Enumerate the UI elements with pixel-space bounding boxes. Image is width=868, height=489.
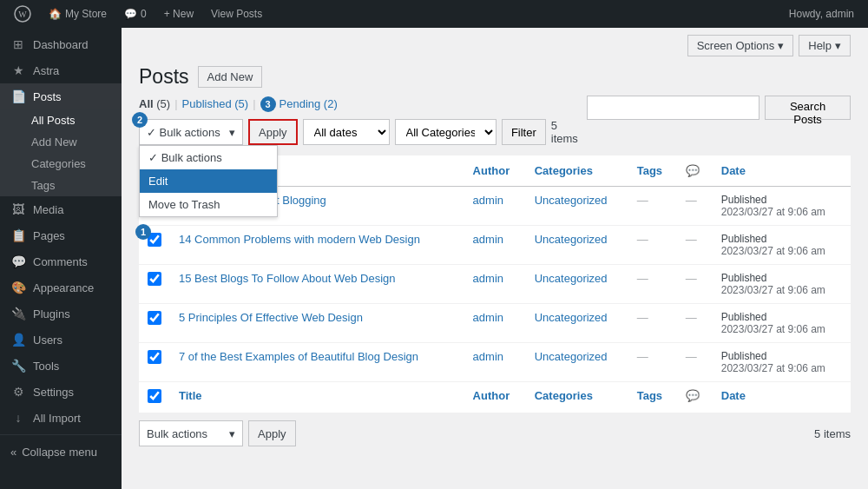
sidebar-item-dashboard[interactable]: ⊞ Dashboard <box>0 31 122 57</box>
row-4-title-link[interactable]: 5 Principles Of Effective Web Design <box>179 311 363 324</box>
row-4-tags: — <box>628 304 677 343</box>
appearance-icon: 🎨 <box>10 280 26 295</box>
row-3-cat-link[interactable]: Uncategorized <box>535 272 608 285</box>
row-5-title-link[interactable]: 7 of the Best Examples of Beautiful Blog… <box>179 350 418 363</box>
tab-published[interactable]: Published (5) <box>182 96 249 112</box>
row-4-author-link[interactable]: admin <box>473 311 503 324</box>
sidebar-divider <box>0 434 122 435</box>
view-posts-item[interactable]: View Posts <box>204 0 269 28</box>
bulk-option-move-to-trash[interactable]: Move to Trash <box>140 193 277 216</box>
row-5-checkbox[interactable] <box>148 350 161 364</box>
comments-count: 0 <box>141 8 147 20</box>
all-import-icon: ↓ <box>10 410 26 426</box>
header-author[interactable]: Author <box>464 155 526 187</box>
content-header: Screen Options ▾ Help ▾ <box>122 28 868 56</box>
sidebar-item-posts[interactable]: 📄 Posts <box>0 83 122 109</box>
footer-header-comments: 💬 <box>677 382 713 413</box>
row-3-comments: — <box>677 265 713 304</box>
row-4-date-status: Published <box>721 311 842 323</box>
sidebar-item-plugins[interactable]: 🔌 Plugins <box>0 301 122 327</box>
help-button[interactable]: Help ▾ <box>799 35 851 56</box>
row-checkbox-5 <box>139 343 170 382</box>
row-2-title-link[interactable]: 14 Common Problems with modern Web Desig… <box>179 233 420 246</box>
row-5-cat-link[interactable]: Uncategorized <box>535 350 608 363</box>
sidebar-item-tags[interactable]: Tags <box>0 175 122 196</box>
sidebar-item-astra[interactable]: ★ Astra <box>0 57 122 83</box>
apply-button-top[interactable]: Apply <box>248 119 298 145</box>
sidebar-item-appearance[interactable]: 🎨 Appearance <box>0 274 122 301</box>
new-item[interactable]: + New <box>157 0 201 28</box>
step1-badge: 1 <box>135 224 151 240</box>
footer-header-categories: Categories <box>526 382 628 413</box>
search-input[interactable] <box>587 96 760 120</box>
sidebar-label-plugins: Plugins <box>33 307 70 320</box>
row-2-author-link[interactable]: admin <box>473 233 503 246</box>
astra-icon: ★ <box>10 63 26 78</box>
screen-options-label: Screen Options <box>697 39 775 52</box>
bulk-actions-select[interactable]: ✓ Bulk actions ▾ <box>139 119 243 145</box>
row-checkbox-4 <box>139 304 170 343</box>
date-filter-select[interactable]: All dates <box>303 119 390 145</box>
collapse-menu-btn[interactable]: « Collapse menu <box>0 439 122 466</box>
row-5-date-status: Published <box>721 350 842 362</box>
row-1-date-status: Published <box>721 194 842 206</box>
collapse-menu-label: Collapse menu <box>22 446 97 459</box>
row-2-date: Published 2023/03/27 at 9:06 am <box>713 226 851 265</box>
sidebar-item-tools[interactable]: 🔧 Tools <box>0 353 122 379</box>
sidebar-item-all-import[interactable]: ↓ All Import <box>0 405 122 431</box>
header-date[interactable]: Date <box>713 155 851 187</box>
search-posts-button[interactable]: Search Posts <box>765 96 851 120</box>
footer-select-all-checkbox[interactable] <box>148 389 161 403</box>
tab-pending[interactable]: Pending (2) <box>279 96 338 112</box>
bulk-option-edit[interactable]: Edit <box>140 169 277 193</box>
sidebar-label-media: Media <box>33 203 63 216</box>
header-tags[interactable]: Tags <box>628 155 677 187</box>
row-3-checkbox[interactable] <box>148 272 161 286</box>
sidebar-item-categories[interactable]: Categories <box>0 153 122 175</box>
sidebar-item-all-posts[interactable]: All Posts <box>0 109 122 131</box>
row-3-author: admin <box>464 265 526 304</box>
sidebar-item-add-new[interactable]: Add New <box>0 131 122 153</box>
row-4-checkbox[interactable] <box>148 311 161 325</box>
apply-button-footer[interactable]: Apply <box>248 420 296 446</box>
row-4-comments: — <box>677 304 713 343</box>
row-1-date-value: 2023/03/27 at 9:06 am <box>721 206 842 218</box>
footer-bulk-select[interactable]: Bulk actions ▾ <box>139 420 243 446</box>
row-5-author-link[interactable]: admin <box>473 350 503 363</box>
row-2-title-cell: 14 Common Problems with modern Web Desig… <box>170 226 464 265</box>
row-1-cat-link[interactable]: Uncategorized <box>535 194 608 207</box>
collapse-arrow-icon: « <box>10 446 16 459</box>
screen-options-chevron-icon: ▾ <box>778 39 784 52</box>
wp-logo-item[interactable]: W <box>7 0 38 28</box>
tab-all[interactable]: All (5) <box>139 96 170 112</box>
sidebar-item-pages[interactable]: 📋 Pages <box>0 222 122 248</box>
sidebar-item-comments[interactable]: 💬 Comments <box>0 248 122 274</box>
filter-button[interactable]: Filter <box>502 119 546 145</box>
bulk-option-bulk-actions[interactable]: Bulk actions <box>140 146 277 169</box>
row-4-author: admin <box>464 304 526 343</box>
row-1-author: admin <box>464 187 526 226</box>
row-3-title-cell: 15 Best Blogs To Follow About Web Design <box>170 265 464 304</box>
row-4-cat-link[interactable]: Uncategorized <box>535 311 608 324</box>
row-2-cat-link[interactable]: Uncategorized <box>535 233 608 246</box>
sidebar-item-settings[interactable]: ⚙ Settings <box>0 379 122 405</box>
row-3-title-link[interactable]: 15 Best Blogs To Follow About Web Design <box>179 272 396 285</box>
screen-options-button[interactable]: Screen Options ▾ <box>687 35 794 56</box>
comments-item[interactable]: 💬 0 <box>117 0 154 28</box>
row-1-author-link[interactable]: admin <box>473 194 503 207</box>
store-name-item[interactable]: 🏠 My Store <box>42 0 114 28</box>
footer-bulk-arrow-icon: ▾ <box>229 427 235 440</box>
add-new-button[interactable]: Add New <box>198 66 263 88</box>
footer-items-count: 5 items <box>814 427 851 440</box>
row-4-title-cell: 5 Principles Of Effective Web Design <box>170 304 464 343</box>
header-categories[interactable]: Categories <box>526 155 628 187</box>
sidebar-item-media[interactable]: 🖼 Media <box>0 196 122 222</box>
sidebar: ⊞ Dashboard ★ Astra 📄 Posts All Posts Ad… <box>0 28 122 489</box>
category-filter-select[interactable]: All Categories <box>395 119 496 145</box>
row-5-tags: — <box>628 343 677 382</box>
row-3-author-link[interactable]: admin <box>473 272 503 285</box>
store-name: My Store <box>65 8 107 20</box>
row-3-date-status: Published <box>721 272 842 284</box>
sidebar-item-users[interactable]: 👤 Users <box>0 327 122 353</box>
help-label: Help <box>808 39 832 52</box>
